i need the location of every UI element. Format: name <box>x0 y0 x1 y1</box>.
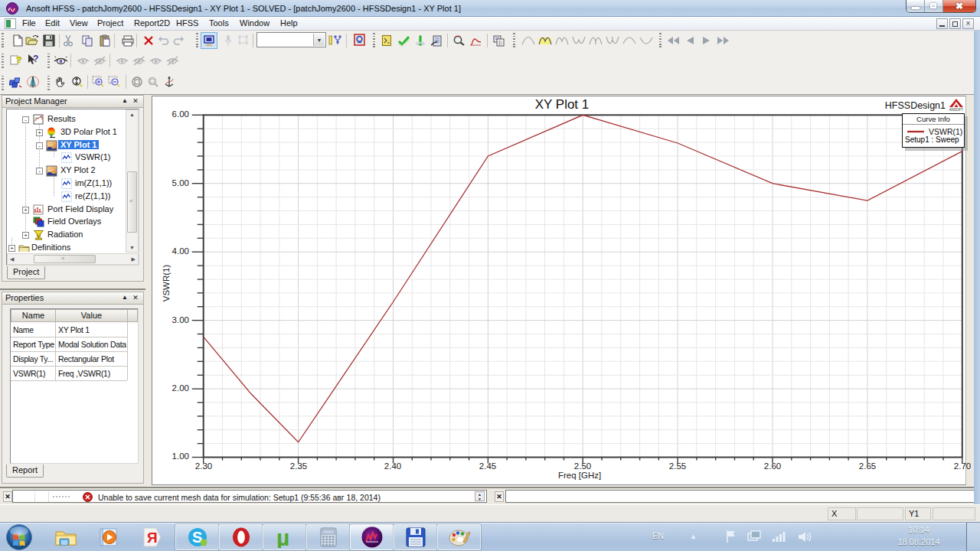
svg-text:?: ? <box>17 55 22 64</box>
svg-text:µ: µ <box>276 527 289 548</box>
svg-text:?: ? <box>33 54 38 64</box>
svg-text:Я: Я <box>147 530 158 546</box>
